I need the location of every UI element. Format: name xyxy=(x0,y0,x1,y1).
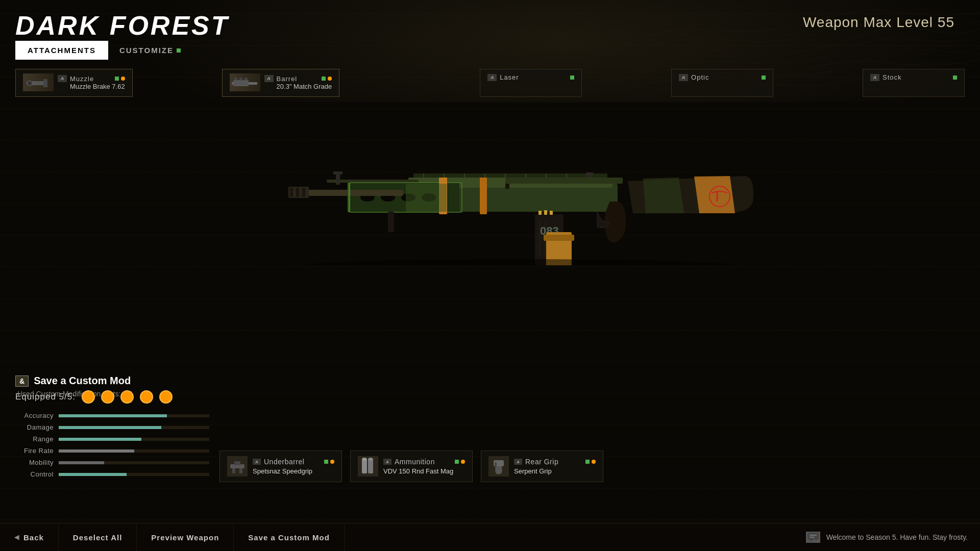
preview-weapon-button[interactable]: Preview Weapon xyxy=(137,523,234,552)
laser-icon: A xyxy=(487,74,497,81)
stock-icon: A xyxy=(870,74,879,81)
stat-accuracy-bar xyxy=(59,414,167,417)
stock-label: Stock xyxy=(883,73,950,81)
rear-grip-label: Rear Grip xyxy=(525,458,558,466)
muzzle-dot-green xyxy=(115,77,119,81)
ammunition-type-icon: A xyxy=(383,459,391,465)
svg-rect-54 xyxy=(544,235,574,241)
svg-rect-51 xyxy=(544,210,547,215)
slot-rear-grip[interactable]: A Rear Grip Serpent Grip xyxy=(481,450,603,482)
stat-firerate: Fire Rate xyxy=(15,447,209,455)
tab-customize[interactable]: CUSTOMIZE xyxy=(108,42,192,59)
svg-rect-20 xyxy=(327,180,419,183)
muzzle-label: Muzzle xyxy=(70,75,112,83)
optic-dot-green xyxy=(762,76,766,80)
attachment-slots-bottom: A Underbarrel Spetsnaz Speedgrip xyxy=(219,450,965,482)
stat-mobility-bar xyxy=(59,461,104,464)
stat-damage: Damage xyxy=(15,423,209,431)
underbarrel-label: Underbarrel xyxy=(264,458,304,466)
slot-ammunition[interactable]: A Ammunition VDV 150 Rnd Fast Mag xyxy=(350,450,473,482)
underbarrel-value: Spetsnaz Speedgrip xyxy=(253,467,334,475)
stat-accuracy: Accuracy xyxy=(15,412,209,419)
stat-firerate-bar xyxy=(59,449,134,453)
slot-muzzle[interactable]: A Muzzle Muzzle Brake 7.62 xyxy=(15,69,133,97)
stat-firerate-label: Fire Rate xyxy=(15,447,54,455)
laser-dot-green xyxy=(570,76,574,80)
stat-damage-label: Damage xyxy=(15,423,54,431)
svg-rect-59 xyxy=(232,468,235,473)
rear-grip-type-icon: A xyxy=(514,459,522,465)
back-button[interactable]: ◀ Back xyxy=(0,523,59,552)
mod-key-indicator: & xyxy=(15,375,29,387)
weapon-max-level: Weapon Max Level 55 xyxy=(803,14,954,31)
slot-barrel[interactable]: A Barrel 20.3" Match Grade xyxy=(222,69,340,97)
svg-rect-22 xyxy=(333,171,342,174)
barrel-dot-orange xyxy=(328,77,332,81)
svg-rect-36 xyxy=(413,173,607,178)
save-custom-mod-label: Save a Custom Mod xyxy=(248,533,330,542)
svg-rect-17 xyxy=(290,188,293,197)
optic-icon: A xyxy=(679,74,688,81)
deselect-all-button[interactable]: Deselect All xyxy=(59,523,137,552)
svg-rect-50 xyxy=(538,211,542,215)
ammunition-value: VDV 150 Rnd Fast Mag xyxy=(383,467,465,475)
optic-label: Optic xyxy=(691,73,758,81)
back-label: Back xyxy=(23,533,44,542)
footer-bar: ◀ Back Deselect All Preview Weapon Save … xyxy=(0,523,980,551)
slot-stock[interactable]: A Stock xyxy=(863,69,965,97)
slot-laser[interactable]: A Laser xyxy=(480,69,582,97)
svg-point-6 xyxy=(239,78,242,81)
muzzle-image xyxy=(23,73,54,91)
stat-mobility-label: Mobility xyxy=(15,459,54,466)
stat-range-bar xyxy=(59,438,141,441)
svg-rect-52 xyxy=(550,211,553,215)
tab-bar: ATTACHMENTS CUSTOMIZE xyxy=(15,41,192,60)
equipped-dot-1 xyxy=(82,390,95,404)
stat-mobility: Mobility xyxy=(15,459,209,466)
svg-rect-18 xyxy=(296,188,299,197)
weapon-svg: 083 xyxy=(260,122,771,265)
svg-rect-66 xyxy=(495,462,497,467)
slot-optic[interactable]: A Optic xyxy=(671,69,773,97)
stat-range-label: Range xyxy=(15,435,54,443)
stat-accuracy-label: Accuracy xyxy=(15,412,54,419)
svg-point-64 xyxy=(368,458,373,461)
stat-damage-bar xyxy=(59,426,161,429)
svg-rect-55 xyxy=(586,172,593,178)
svg-rect-62 xyxy=(368,459,373,473)
stock-dot-green xyxy=(953,76,957,80)
barrel-icon: A xyxy=(264,75,274,82)
equipped-dot-3 xyxy=(120,390,134,404)
rear-grip-icon xyxy=(488,456,509,477)
underbarrel-icon xyxy=(227,456,248,477)
save-custom-mod-button[interactable]: Save a Custom Mod xyxy=(234,523,345,552)
svg-rect-35 xyxy=(505,178,623,184)
stat-range: Range xyxy=(15,435,209,443)
svg-rect-48 xyxy=(388,212,394,232)
chat-message-text: Welcome to Season 5. Have fun. Stay fros… xyxy=(826,533,968,541)
chat-message-area: Welcome to Season 5. Have fun. Stay fros… xyxy=(794,532,980,543)
ammunition-dot-green xyxy=(455,460,459,464)
tab-customize-dot xyxy=(177,48,181,53)
back-chevron-icon: ◀ xyxy=(14,534,19,541)
svg-point-7 xyxy=(244,78,248,81)
svg-rect-46 xyxy=(406,184,447,212)
slot-underbarrel[interactable]: A Underbarrel Spetsnaz Speedgrip xyxy=(219,450,342,482)
svg-point-63 xyxy=(362,458,367,461)
stats-panel: Equipped 5/5: Accuracy Damage Range xyxy=(15,390,209,482)
svg-marker-29 xyxy=(643,178,684,213)
barrel-image xyxy=(230,73,260,91)
rear-grip-dot-orange xyxy=(592,460,596,464)
attachment-slots-top: A Muzzle Muzzle Brake 7.62 xyxy=(0,69,980,97)
chat-icon xyxy=(806,532,820,543)
svg-point-56 xyxy=(306,259,735,265)
ammunition-label: Ammunition xyxy=(395,458,435,466)
equipped-label: Equipped 5/5: xyxy=(15,392,76,402)
svg-rect-4 xyxy=(233,80,249,86)
equipped-dot-2 xyxy=(101,390,114,404)
stat-control: Control xyxy=(15,470,209,478)
svg-point-2 xyxy=(27,81,32,86)
svg-point-5 xyxy=(234,78,237,81)
tab-attachments[interactable]: ATTACHMENTS xyxy=(15,41,108,60)
muzzle-dot-orange xyxy=(121,77,125,81)
